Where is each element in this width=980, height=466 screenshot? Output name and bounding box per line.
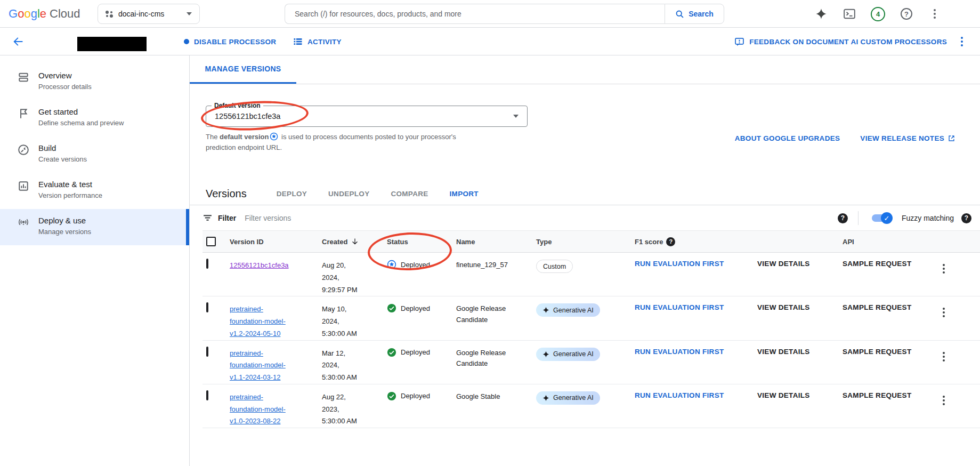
sidebar-item-subtitle: Define schema and preview [38, 119, 124, 127]
run-evaluation-first-link[interactable]: RUN EVALUATION FIRST [635, 303, 724, 311]
notifications-badge[interactable]: 4 [871, 7, 885, 21]
default-version-helper-line2: prediction endpoint URL. [206, 142, 504, 153]
version-id-link[interactable]: pretrained- foundation-model- v1.0-2023-… [230, 393, 286, 425]
view-details-button[interactable]: VIEW DETAILS [757, 391, 810, 399]
sample-request-button[interactable]: SAMPLE REQUEST [843, 348, 911, 356]
column-header-api[interactable]: API [840, 238, 941, 246]
column-header-type[interactable]: Type [534, 238, 633, 246]
table-row: pretrained- foundation-model- v1.2-2024-… [203, 296, 980, 340]
row-menu-icon[interactable] [943, 396, 945, 405]
version-id-link[interactable]: pretrained- foundation-model- v1.1-2024-… [230, 349, 286, 382]
manage-versions-panel: MANAGE VERSIONS Default version 12556121… [190, 55, 980, 466]
column-header-version-id[interactable]: Version ID [228, 238, 320, 246]
feedback-icon [734, 37, 744, 47]
sidebar-item-title: Deploy & use [38, 216, 91, 225]
status-cell: Deployed [385, 391, 454, 401]
logo-letter: o [24, 7, 30, 21]
row-checkbox[interactable] [206, 259, 208, 269]
type-chip-generative-ai: Generative AI [536, 303, 600, 317]
view-details-button[interactable]: VIEW DETAILS [757, 260, 810, 268]
page-more-options-icon[interactable] [961, 37, 963, 46]
flag-icon [18, 108, 29, 119]
fuzzy-matching-toggle[interactable]: ✓ [872, 214, 891, 222]
google-cloud-logo[interactable]: Google Cloud [9, 7, 80, 21]
activity-button[interactable]: ACTIVITY [293, 28, 342, 55]
table-header-row: Version ID Created Status Name Type F1 s… [203, 230, 980, 253]
sidebar-item-title: Overview [38, 71, 92, 80]
row-menu-icon[interactable] [943, 352, 945, 361]
search-button[interactable]: Search [665, 4, 724, 24]
column-header-name[interactable]: Name [454, 238, 534, 246]
sidebar-item-overview[interactable]: Overview Processor details [0, 64, 189, 100]
disable-processor-button[interactable]: DISABLE PROCESSOR [184, 28, 276, 55]
run-evaluation-first-link[interactable]: RUN EVALUATION FIRST [635, 391, 724, 399]
version-id-link[interactable]: pretrained- foundation-model- v1.2-2024-… [230, 305, 286, 338]
fuzzy-help-icon[interactable]: ? [961, 213, 971, 223]
table-row: 12556121bc1cfe3a Aug 20, 2024, 9:29:57 P… [203, 253, 980, 296]
column-header-status[interactable]: Status [385, 238, 454, 246]
deployed-check-icon [387, 303, 396, 313]
about-google-upgrades-link[interactable]: ABOUT GOOGLE UPGRADES [735, 134, 840, 142]
logo-letter: e [40, 7, 46, 21]
deployed-check-icon [387, 391, 396, 401]
sample-request-button[interactable]: SAMPLE REQUEST [843, 391, 911, 399]
deploy-button[interactable]: DEPLOY [277, 190, 307, 198]
versions-table: Version ID Created Status Name Type F1 s… [203, 230, 980, 428]
row-checkbox[interactable] [206, 347, 208, 357]
back-arrow-icon[interactable] [12, 35, 25, 48]
row-checkbox[interactable] [206, 390, 208, 400]
row-menu-icon[interactable] [943, 308, 945, 317]
import-button[interactable]: IMPORT [450, 190, 479, 198]
search-input[interactable] [285, 4, 665, 24]
view-details-button[interactable]: VIEW DETAILS [757, 303, 810, 311]
type-chip-generative-ai: Generative AI [536, 348, 600, 361]
sparkle-icon [542, 351, 549, 358]
sidebar-item-deploy-use[interactable]: Deploy & use Manage versions [0, 209, 189, 245]
view-release-notes-link[interactable]: VIEW RELEASE NOTES [860, 134, 955, 142]
project-selector[interactable]: docai-inc-cms [98, 4, 200, 24]
default-version-select[interactable]: Default version 12556121bc1cfe3a [206, 106, 528, 127]
redacted-processor-name [77, 37, 147, 51]
created-cell: Mar 12, 2024, 5:30:00 AM [320, 348, 385, 384]
tab-manage-versions[interactable]: MANAGE VERSIONS [190, 55, 296, 84]
type-chip-generative-ai: Generative AI [536, 391, 600, 405]
column-header-f1-score[interactable]: F1 score ? [633, 237, 755, 246]
deployed-check-icon [387, 348, 396, 357]
filter-help-icon[interactable]: ? [838, 213, 848, 223]
sidebar-item-get-started[interactable]: Get started Define schema and preview [0, 100, 189, 136]
default-version-value: 12556121bc1cfe3a [215, 112, 513, 120]
sample-request-button[interactable]: SAMPLE REQUEST [843, 260, 911, 268]
table-row: pretrained- foundation-model- v1.1-2024-… [203, 341, 980, 384]
row-checkbox[interactable] [206, 302, 208, 312]
activity-list-icon [293, 37, 303, 46]
sample-request-button[interactable]: SAMPLE REQUEST [843, 303, 911, 311]
version-id-link[interactable]: 12556121bc1cfe3a [230, 261, 289, 269]
help-icon[interactable]: ? [900, 7, 913, 21]
filter-versions-input[interactable] [245, 214, 511, 222]
run-evaluation-first-link[interactable]: RUN EVALUATION FIRST [635, 348, 724, 356]
filter-bar: Filter ? ✓ Fuzzy matching ? [190, 205, 980, 230]
evaluate-icon [18, 180, 29, 192]
tab-bar: MANAGE VERSIONS [190, 55, 980, 84]
run-evaluation-first-link[interactable]: RUN EVALUATION FIRST [635, 260, 724, 268]
processor-sidebar: Overview Processor details Get started D… [0, 55, 190, 466]
select-all-checkbox[interactable] [206, 237, 216, 246]
row-menu-icon[interactable] [943, 264, 945, 274]
project-name: docai-inc-cms [118, 10, 181, 18]
view-details-button[interactable]: VIEW DETAILS [757, 348, 810, 356]
compare-button[interactable]: COMPARE [391, 190, 428, 198]
sidebar-item-build[interactable]: Build Create versions [0, 136, 189, 173]
filter-label: Filter [218, 214, 236, 222]
column-header-created[interactable]: Created [320, 237, 385, 246]
feedback-button[interactable]: FEEDBACK ON DOCUMENT AI CUSTOM PROCESSOR… [734, 28, 947, 55]
sidebar-item-evaluate-test[interactable]: Evaluate & test Version performance [0, 173, 189, 209]
f1-score-help-icon[interactable]: ? [666, 237, 675, 246]
disable-icon [184, 39, 189, 44]
utility-icons: 4 ? [814, 0, 942, 28]
undeploy-button[interactable]: UNDEPLOY [328, 190, 369, 198]
gemini-sparkle-icon[interactable] [814, 7, 828, 21]
action-bar-right: FEEDBACK ON DOCUMENT AI CUSTOM PROCESSOR… [734, 28, 963, 55]
more-options-icon[interactable] [928, 7, 942, 21]
chevron-down-icon [513, 115, 519, 118]
cloud-shell-icon[interactable] [843, 7, 856, 21]
